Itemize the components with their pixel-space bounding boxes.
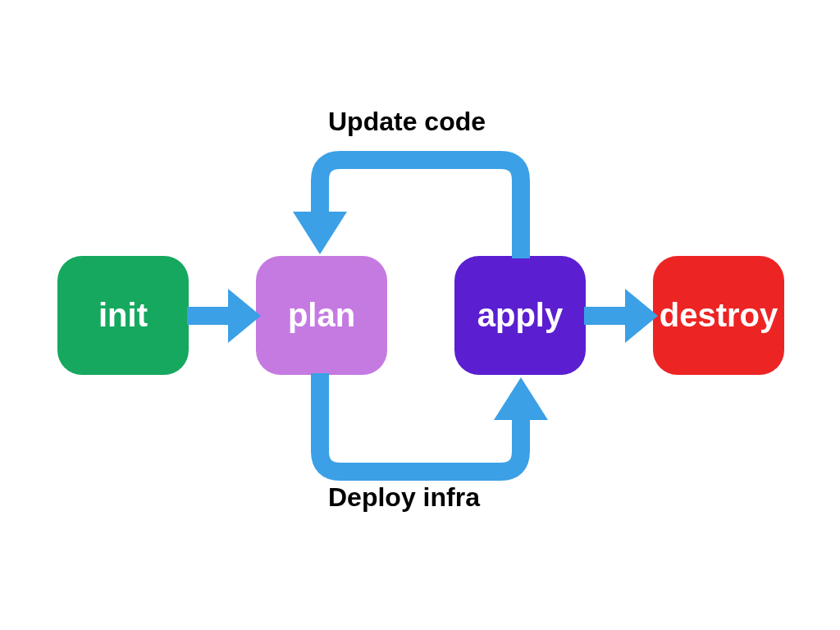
arrow-update-code-loop	[279, 139, 566, 262]
arrow-deploy-infra-loop	[279, 369, 566, 492]
arrow-init-to-plan	[187, 289, 261, 343]
node-init: init	[57, 256, 189, 375]
arrow-apply-to-destroy	[584, 289, 658, 343]
svg-rect-2	[584, 307, 625, 325]
node-init-label: init	[98, 297, 148, 334]
node-plan: plan	[256, 256, 387, 375]
node-plan-label: plan	[288, 297, 355, 334]
svg-marker-3	[625, 289, 658, 343]
label-update-code: Update code	[328, 107, 486, 137]
node-destroy-label: destroy	[660, 297, 778, 334]
node-apply-label: apply	[477, 297, 563, 334]
svg-marker-5	[494, 377, 548, 420]
svg-rect-0	[187, 307, 228, 325]
svg-marker-4	[293, 212, 347, 254]
node-destroy: destroy	[653, 256, 784, 375]
svg-marker-1	[228, 289, 261, 343]
node-apply: apply	[454, 256, 586, 375]
